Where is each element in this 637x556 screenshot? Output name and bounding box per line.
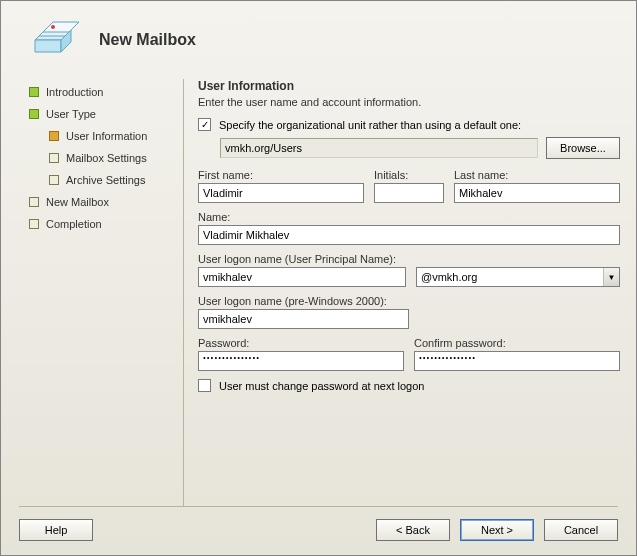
step-pending-icon [49, 175, 59, 185]
chevron-down-icon: ▼ [603, 268, 619, 286]
must-change-checkbox[interactable] [198, 379, 211, 392]
first-name-label: First name: [198, 169, 364, 181]
wizard-body: Introduction User Type User Information … [1, 75, 636, 506]
step-done-icon [29, 109, 39, 119]
first-name-input[interactable] [198, 183, 364, 203]
ou-checkbox-label: Specify the organizational unit rather t… [219, 119, 521, 131]
back-button[interactable]: < Back [376, 519, 450, 541]
svg-point-5 [51, 25, 55, 29]
confirm-password-input[interactable]: ••••••••••••••• [414, 351, 620, 371]
next-button[interactable]: Next > [460, 519, 534, 541]
ou-checkbox-row: ✓ Specify the organizational unit rather… [198, 118, 620, 131]
initials-label: Initials: [374, 169, 444, 181]
name-label: Name: [198, 211, 620, 223]
pre2000-label: User logon name (pre-Windows 2000): [198, 295, 620, 307]
nav-mailbox-settings[interactable]: Mailbox Settings [29, 147, 177, 169]
password-label: Password: [198, 337, 404, 349]
step-active-icon [49, 131, 59, 141]
browse-button[interactable]: Browse... [546, 137, 620, 159]
step-done-icon [29, 87, 39, 97]
step-pending-icon [49, 153, 59, 163]
wizard-dialog: New Mailbox Introduction User Type User … [0, 0, 637, 556]
pre2000-input[interactable] [198, 309, 409, 329]
password-col: Password: ••••••••••••••• [198, 337, 404, 371]
wizard-sidebar: Introduction User Type User Information … [29, 75, 177, 506]
mailbox-stack-icon [25, 18, 81, 62]
upn-input[interactable] [198, 267, 406, 287]
must-change-label: User must change password at next logon [219, 380, 424, 392]
last-name-label: Last name: [454, 169, 620, 181]
nav-user-information[interactable]: User Information [29, 125, 177, 147]
first-name-col: First name: [198, 169, 364, 203]
wizard-footer: Help < Back Next > Cancel [19, 506, 618, 555]
display-name-group: Name: [198, 211, 620, 245]
upn-group: User logon name (User Principal Name): @… [198, 253, 620, 287]
help-button[interactable]: Help [19, 519, 93, 541]
nav-completion[interactable]: Completion [29, 213, 177, 235]
ou-checkbox[interactable]: ✓ [198, 118, 211, 131]
svg-marker-4 [43, 22, 79, 32]
ou-path-input [220, 138, 538, 158]
confirm-password-label: Confirm password: [414, 337, 620, 349]
confirm-password-col: Confirm password: ••••••••••••••• [414, 337, 620, 371]
upn-domain-dropdown[interactable]: @vmkh.org ▼ [416, 267, 620, 287]
upn-domain-value: @vmkh.org [421, 271, 477, 283]
last-name-input[interactable] [454, 183, 620, 203]
wizard-header: New Mailbox [1, 1, 636, 75]
wizard-title: New Mailbox [99, 31, 196, 49]
step-pending-icon [29, 197, 39, 207]
pre2000-group: User logon name (pre-Windows 2000): [198, 295, 620, 329]
nav-new-mailbox[interactable]: New Mailbox [29, 191, 177, 213]
section-subtitle: Enter the user name and account informat… [198, 96, 620, 108]
initials-col: Initials: [374, 169, 444, 203]
initials-input[interactable] [374, 183, 444, 203]
wizard-content: User Information Enter the user name and… [198, 75, 620, 506]
ou-input-row: Browse... [220, 137, 620, 159]
section-title: User Information [198, 79, 620, 93]
nav-archive-settings[interactable]: Archive Settings [29, 169, 177, 191]
nav-user-type[interactable]: User Type [29, 103, 177, 125]
name-input[interactable] [198, 225, 620, 245]
upn-label: User logon name (User Principal Name): [198, 253, 620, 265]
upn-row: @vmkh.org ▼ [198, 267, 620, 287]
password-input[interactable]: ••••••••••••••• [198, 351, 404, 371]
name-fields-row: First name: Initials: Last name: [198, 169, 620, 203]
step-pending-icon [29, 219, 39, 229]
vertical-separator [183, 79, 184, 506]
must-change-row: User must change password at next logon [198, 379, 620, 392]
last-name-col: Last name: [454, 169, 620, 203]
cancel-button[interactable]: Cancel [544, 519, 618, 541]
svg-marker-1 [35, 40, 61, 52]
nav-introduction[interactable]: Introduction [29, 81, 177, 103]
password-row: Password: ••••••••••••••• Confirm passwo… [198, 337, 620, 371]
